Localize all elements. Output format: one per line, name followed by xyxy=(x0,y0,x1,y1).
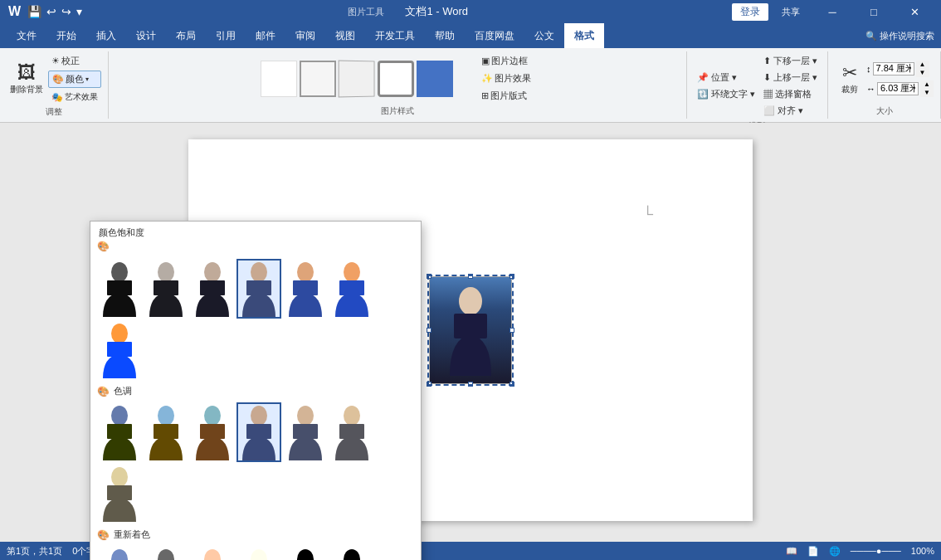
main-area: └ 🖼 颜色饱和度 🎨 xyxy=(0,123,941,542)
save-icon[interactable]: 💾 xyxy=(26,3,43,20)
sat-thumb-2[interactable] xyxy=(190,259,235,319)
handle-ml[interactable] xyxy=(427,328,431,333)
tab-official[interactable]: 公文 xyxy=(524,23,564,48)
sat-thumb-1[interactable] xyxy=(144,259,188,319)
close-button[interactable]: ✕ xyxy=(896,0,934,23)
remove-bg-label: 删除背景 xyxy=(10,84,43,95)
send-backward-btn[interactable]: ⬇ 上移一层 ▾ xyxy=(760,70,821,85)
ribbon-group-arrange: 📌 位置 ▾ 🔃 环绕文字 ▾ ⬆ 下移一层 ▾ ⬇ 上移一层 ▾ ▦ 选择窗格… xyxy=(687,51,828,119)
tab-home[interactable]: 开始 xyxy=(46,23,86,48)
restore-button[interactable]: □ xyxy=(855,0,893,23)
style-preset-4[interactable] xyxy=(378,61,414,97)
handle-bm[interactable] xyxy=(468,382,473,387)
bring-forward-btn[interactable]: ⬆ 下移一层 ▾ xyxy=(760,53,821,69)
arrange-col2: ⬆ 下移一层 ▾ ⬇ 上移一层 ▾ ▦ 选择窗格 ⬜ 对齐 ▾ xyxy=(760,53,821,119)
tab-insert[interactable]: 插入 xyxy=(86,23,126,48)
sat-thumb-0[interactable] xyxy=(97,259,142,319)
artistic-button[interactable]: 🎭 艺术效果 xyxy=(48,90,101,105)
picture-effect-btn[interactable]: ✨ 图片效果 xyxy=(478,71,534,86)
height-input[interactable] xyxy=(873,62,914,75)
sat-thumb-3[interactable] xyxy=(236,259,281,319)
width-up[interactable]: ▲ xyxy=(920,80,934,89)
style-preset-3[interactable] xyxy=(339,60,375,97)
tab-review[interactable]: 审阅 xyxy=(285,23,325,48)
tab-help[interactable]: 帮助 xyxy=(425,23,465,48)
wrap-text-btn[interactable]: 🔃 环绕文字 ▾ xyxy=(694,86,758,102)
word-logo-icon: W xyxy=(7,2,22,21)
handle-br[interactable] xyxy=(510,382,514,387)
style-preset-2[interactable] xyxy=(300,61,336,97)
styles-group-label: 图片样式 xyxy=(381,104,414,117)
tab-design[interactable]: 设计 xyxy=(126,23,166,48)
title-bar-title: 图片工具 文档1 - Word xyxy=(348,4,468,19)
tone-grid xyxy=(90,399,421,527)
tone-thumb-1[interactable] xyxy=(144,402,188,462)
svg-rect-17 xyxy=(107,424,132,439)
view-mode-print[interactable]: 📄 xyxy=(807,546,819,557)
search-help-btn[interactable]: 🔍 排列操作说明搜索 xyxy=(865,30,934,42)
tab-ref[interactable]: 引用 xyxy=(206,23,246,48)
rc-thumb-3[interactable] xyxy=(236,546,281,560)
customize-icon[interactable]: ▾ xyxy=(75,3,84,20)
zoom-slider[interactable]: ────●─── xyxy=(851,546,901,556)
view-mode-read[interactable]: 📖 xyxy=(786,546,797,557)
handle-tr[interactable] xyxy=(510,274,514,279)
svg-rect-9 xyxy=(246,280,271,295)
tab-view[interactable]: 视图 xyxy=(325,23,365,48)
selected-image-container[interactable] xyxy=(429,276,512,384)
tone-thumb-4[interactable] xyxy=(283,402,328,462)
width-input[interactable] xyxy=(877,82,919,95)
svg-point-18 xyxy=(158,406,174,426)
tone-thumb-5[interactable] xyxy=(329,402,374,462)
handle-mr[interactable] xyxy=(510,328,514,333)
undo-icon[interactable]: ↩ xyxy=(45,3,58,20)
rc-thumb-0[interactable] xyxy=(97,546,142,560)
style-preset-1[interactable] xyxy=(261,61,297,97)
handle-bl[interactable] xyxy=(427,382,431,387)
tone-thumb-6[interactable] xyxy=(97,464,142,523)
remove-bg-button[interactable]: 🖼 删除背景 xyxy=(7,61,46,97)
picture-layout-btn[interactable]: ⊞ 图片版式 xyxy=(478,88,534,104)
redo-icon[interactable]: ↪ xyxy=(60,3,73,20)
rc-thumb-4[interactable] xyxy=(283,546,328,560)
correct-icon: ☀ xyxy=(51,56,60,66)
tone-thumb-2[interactable] xyxy=(190,402,235,462)
rc-thumb-5[interactable] xyxy=(329,546,374,560)
color-button[interactable]: 🎨 颜色 ▾ xyxy=(48,71,101,88)
tab-layout[interactable]: 布局 xyxy=(166,23,206,48)
correct-button[interactable]: ☀ 校正 xyxy=(48,53,101,69)
tone-thumb-3[interactable] xyxy=(236,402,281,462)
sat-thumb-6[interactable] xyxy=(97,320,142,380)
tone-thumb-0[interactable] xyxy=(97,402,142,462)
width-down[interactable]: ▼ xyxy=(920,89,934,97)
tab-format[interactable]: 格式 xyxy=(564,23,604,48)
minimize-button[interactable]: ─ xyxy=(813,0,851,23)
view-mode-web[interactable]: 🌐 xyxy=(829,546,841,557)
saturation-title: 颜色饱和度 xyxy=(90,222,421,241)
width-spin: ▲ ▼ xyxy=(920,80,934,97)
picture-border-btn[interactable]: ▣ 图片边框 xyxy=(478,53,534,69)
select-pane-btn[interactable]: ▦ 选择窗格 xyxy=(760,86,821,102)
position-btn[interactable]: 📌 位置 ▾ xyxy=(694,70,758,85)
tone-icon: 🎨 xyxy=(97,386,110,397)
tab-mail[interactable]: 邮件 xyxy=(246,23,285,48)
tab-dev[interactable]: 开发工具 xyxy=(365,23,425,48)
tab-baidu[interactable]: 百度网盘 xyxy=(465,23,524,48)
sat-thumb-5[interactable] xyxy=(329,259,374,319)
rc-thumb-2[interactable] xyxy=(190,546,235,560)
handle-tl[interactable] xyxy=(427,274,431,279)
crop-button[interactable]: ✂ 裁剪 xyxy=(835,61,865,97)
share-button[interactable]: 共享 xyxy=(772,0,810,23)
svg-point-34 xyxy=(204,549,221,560)
align-btn[interactable]: ⬜ 对齐 ▾ xyxy=(760,103,821,119)
tab-file[interactable]: 文件 xyxy=(7,23,46,48)
rc-thumb-1[interactable] xyxy=(144,546,188,560)
login-button[interactable]: 登录 xyxy=(732,3,768,21)
handle-tm[interactable] xyxy=(468,274,473,279)
height-up[interactable]: ▲ xyxy=(916,61,929,69)
svg-point-6 xyxy=(204,262,221,282)
color-dropdown-panel: 颜色饱和度 🎨 xyxy=(90,221,422,560)
sat-thumb-4[interactable] xyxy=(283,259,328,319)
style-preset-5[interactable] xyxy=(417,61,453,97)
height-down[interactable]: ▼ xyxy=(916,69,929,77)
